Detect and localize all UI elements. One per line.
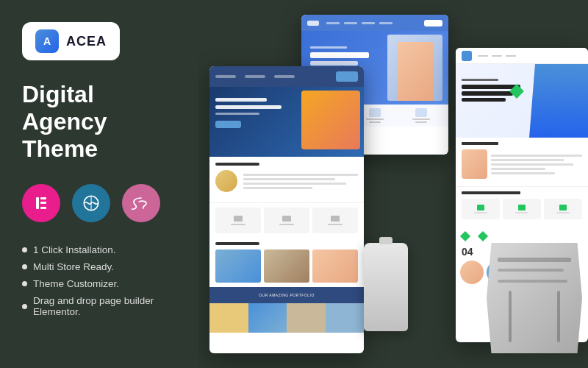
team-title [215, 242, 259, 245]
person-text-block [491, 149, 582, 179]
svg-rect-3 [40, 207, 46, 209]
feat-label [515, 212, 528, 213]
logo-text: ACEA [66, 34, 107, 49]
nav-dot [215, 75, 236, 78]
right-section-title [462, 142, 498, 145]
right-hero-title2 [462, 91, 513, 96]
service-card-2 [264, 208, 309, 233]
right-about-section [456, 138, 588, 187]
service-label [231, 224, 245, 225]
feature-item-2: Multi Store Ready. [22, 261, 176, 272]
mid-cta-button [424, 20, 442, 26]
text-line [491, 159, 564, 161]
stand-leg-1 [509, 291, 512, 342]
right-hero-title3 [462, 98, 506, 102]
logo-icon: A [35, 29, 59, 53]
feature-item-4: Drag and drop page builder Elementor. [22, 295, 176, 317]
team-section [209, 238, 364, 287]
preview-area: OUR AMAZING PORTFOLIO [198, 0, 588, 368]
features-list: 1 Click Installation. Multi Store Ready.… [22, 244, 176, 317]
right-features-section [456, 187, 588, 228]
header-button [336, 71, 358, 82]
mid-hero-tag [310, 46, 347, 49]
mock-hero [209, 87, 364, 157]
mid-nav-item [344, 22, 357, 24]
feat-label [474, 212, 487, 213]
hero-h2 [215, 105, 282, 109]
service-label [279, 224, 294, 225]
team-img-2 [264, 250, 309, 283]
service-card-3 [312, 208, 358, 233]
team-img-3 [312, 250, 358, 283]
section-title [215, 163, 259, 166]
avatar-row [215, 170, 358, 192]
left-panel: A ACEA Digital Agency Theme [0, 0, 198, 368]
bullet-icon [22, 281, 27, 286]
text-line [243, 187, 312, 189]
mock-header [209, 66, 364, 87]
stand-frame [487, 243, 582, 353]
portfolio-thumbnails [209, 303, 364, 333]
circular-photo-1 [460, 261, 484, 284]
right-logo [462, 51, 472, 61]
portfolio-thumb-4 [326, 303, 365, 333]
wordpress-icon [72, 184, 110, 222]
service-icon [234, 216, 243, 222]
feature-item-1: 1 Click Installation. [22, 244, 176, 255]
service-cards-row [209, 203, 364, 238]
mid-stat-3 [401, 108, 442, 123]
mid-hero-h2 [310, 61, 358, 66]
stand-bar-2 [498, 269, 564, 272]
service-label [328, 224, 343, 225]
digital-agency-preview-card: OUR AMAZING PORTFOLIO [209, 66, 364, 353]
hero-cta [215, 121, 241, 128]
feat-item-3 [544, 199, 582, 219]
text-line [243, 178, 335, 180]
stat-icon [369, 108, 381, 117]
right-hero-section [456, 64, 588, 138]
our-history-section [209, 157, 364, 203]
service-icon [331, 216, 340, 222]
mid-hero-photo [387, 35, 442, 101]
nav-dot [245, 75, 265, 78]
hero-h1 [215, 98, 267, 102]
mid-nav [326, 22, 392, 24]
page-title: Digital Agency Theme [22, 81, 176, 162]
sass-icon [122, 184, 160, 222]
portfolio-thumb-1 [209, 303, 248, 333]
stand-bar-1 [498, 258, 571, 262]
feat-icon [559, 205, 567, 210]
mid-hero-h1 [310, 52, 369, 58]
portfolio-bar: OUR AMAZING PORTFOLIO [209, 287, 364, 303]
hero-text [215, 98, 282, 128]
right-header [456, 48, 588, 64]
bullet-icon [22, 264, 27, 269]
bullet-icon [22, 247, 27, 252]
stat-line [412, 118, 430, 120]
mid-header [301, 15, 448, 31]
stand-leg-2 [557, 291, 560, 342]
plugin-icons-row [22, 184, 176, 222]
text-line [491, 163, 573, 166]
right-nav [478, 55, 516, 57]
team-images [215, 250, 358, 283]
product-stand-image [487, 243, 582, 353]
portfolio-thumb-3 [287, 303, 326, 333]
feat-item-1 [462, 199, 500, 219]
nav-dot [274, 75, 295, 78]
mid-logo [307, 21, 319, 26]
text-line [491, 168, 545, 170]
person-text [243, 170, 358, 192]
elementor-icon [22, 184, 60, 222]
portfolio-title: OUR AMAZING PORTFOLIO [259, 293, 315, 297]
logo-box: A ACEA [22, 22, 120, 60]
svg-rect-0 [36, 197, 39, 209]
svg-rect-1 [40, 197, 46, 199]
svg-rect-2 [40, 202, 46, 204]
mid-nav-item [326, 22, 340, 24]
features-grid [462, 199, 582, 219]
person-image [462, 149, 487, 179]
right-nav-item [478, 55, 488, 57]
product-bottle-image [364, 243, 408, 331]
hero-sub [215, 113, 259, 115]
